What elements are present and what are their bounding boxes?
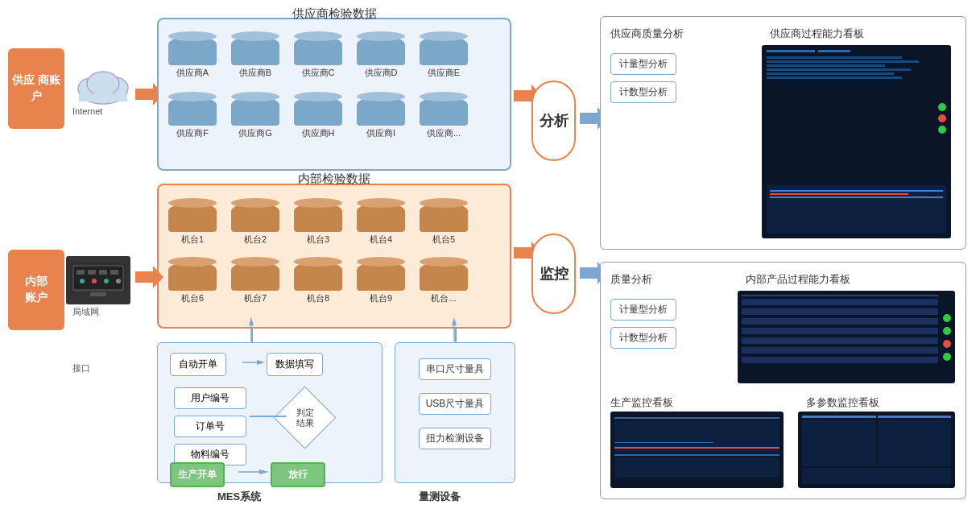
db-cylinder-icon xyxy=(294,97,342,126)
svg-rect-4 xyxy=(79,93,127,101)
device-icon xyxy=(66,256,130,304)
db-supplier-b: 供应商B xyxy=(228,36,283,79)
db-supplier-c: 供应商C xyxy=(291,36,345,79)
torque-device-item: 扭力检测设备 xyxy=(419,428,491,449)
arrow-up-mes-to-internal xyxy=(246,317,258,344)
svg-marker-23 xyxy=(257,360,265,365)
right-panel-bottom: 质量分析 内部产品过程能力看板 计量型分析 计数型分析 xyxy=(600,262,966,499)
count-analysis-btn-top[interactable]: 计数型分析 xyxy=(610,81,676,103)
db-supplier-g: 供应商G xyxy=(228,97,283,139)
svg-point-12 xyxy=(80,279,85,283)
db-cylinder-icon xyxy=(168,203,217,232)
usb-gauge-item: USB尺寸量具 xyxy=(419,393,492,415)
arrow-prod-to-release xyxy=(238,466,271,481)
analysis-box: 分析 xyxy=(531,81,576,161)
db-cylinder-icon xyxy=(231,262,279,291)
judge-diamond: 判定结果 xyxy=(283,395,327,440)
svg-rect-16 xyxy=(90,292,106,296)
screen-thumbnail-top xyxy=(762,45,951,238)
internal-account-label: 内部账户 xyxy=(25,274,48,305)
db-supplier-i: 供应商I xyxy=(354,97,408,139)
screen-production-monitor xyxy=(610,412,784,488)
internal-data-title: 内部检验数据 xyxy=(157,172,511,187)
analysis-label: 分析 xyxy=(540,111,569,130)
quality-analysis-label: 质量分析 xyxy=(610,272,652,287)
user-code-box: 用户编号 xyxy=(174,387,246,409)
svg-point-14 xyxy=(104,279,109,283)
db-machine-7: 机台7 xyxy=(228,262,283,304)
count-analysis-btn-bottom[interactable]: 计数型分析 xyxy=(610,327,676,349)
order-no-box: 订单号 xyxy=(174,416,246,437)
svg-rect-11 xyxy=(110,270,118,275)
db-machine-6: 机台6 xyxy=(165,262,220,304)
arrow-auto-to-fill xyxy=(242,357,267,371)
db-cylinder-icon xyxy=(231,97,279,126)
analysis-buttons-bottom: 计量型分析 计数型分析 xyxy=(610,299,676,349)
serial-gauge-item: 串口尺寸量具 xyxy=(419,358,491,380)
measuring-title: 量测设备 xyxy=(419,490,461,504)
db-cylinder-icon xyxy=(231,203,279,232)
multi-param-monitor-label: 多参数监控看板 xyxy=(806,395,879,410)
db-cylinder-icon xyxy=(357,262,405,291)
monitor-label: 监控 xyxy=(540,264,569,283)
supplier-data-title: 供应商检验数据 xyxy=(157,6,511,22)
internet-label: Internet xyxy=(72,106,102,116)
measure-analysis-btn-bottom[interactable]: 计量型分析 xyxy=(610,299,676,321)
db-machine-2: 机台2 xyxy=(228,203,283,246)
db-supplier-d: 供应商D xyxy=(354,36,408,79)
svg-point-13 xyxy=(92,279,97,283)
db-machine-1: 机台1 xyxy=(165,203,220,246)
db-machine-8: 机台8 xyxy=(291,262,345,304)
supplier-capability-label: 供应商过程能力看板 xyxy=(770,27,864,41)
analysis-buttons-top: 计量型分析 计数型分析 xyxy=(610,53,676,103)
measuring-box: 串口尺寸量具 USB尺寸量具 扭力检测设备 xyxy=(395,342,515,483)
svg-point-15 xyxy=(116,279,121,283)
db-cylinder-icon xyxy=(420,262,468,291)
production-order-box: 生产开单 xyxy=(170,462,225,487)
db-cylinder-icon xyxy=(420,36,468,65)
db-supplier-f: 供应商F xyxy=(165,97,220,139)
db-cylinder-icon xyxy=(168,36,217,65)
svg-point-3 xyxy=(87,72,119,96)
db-cylinder-icon xyxy=(357,97,405,126)
supplier-account-box: 供应 商账 户 xyxy=(8,48,64,129)
svg-rect-10 xyxy=(99,270,107,275)
monitor-box: 监控 xyxy=(531,234,576,314)
db-machine-4: 机台4 xyxy=(354,203,408,246)
inner-capability-label: 内部产品过程能力看板 xyxy=(746,272,850,287)
db-cylinder-icon xyxy=(294,36,342,65)
screen-thumbnail-inner xyxy=(738,291,955,383)
db-cylinder-icon xyxy=(168,262,217,291)
hline-to-judge xyxy=(250,416,286,417)
supplier-quality-label: 供应商质量分析 xyxy=(610,27,684,41)
db-cylinder-icon xyxy=(357,203,405,232)
internal-db-row1: 机台1 机台2 机台3 机台4 机台5 xyxy=(165,203,471,246)
svg-rect-8 xyxy=(76,270,85,275)
auto-order-box: 自动开单 xyxy=(170,353,226,376)
db-cylinder-icon xyxy=(294,203,342,232)
svg-rect-9 xyxy=(88,270,96,275)
db-cylinder-icon xyxy=(168,97,217,126)
db-cylinder-icon xyxy=(420,97,468,126)
internal-account-box: 内部账户 xyxy=(8,250,64,330)
arrow-up-measuring-to-internal xyxy=(449,317,461,344)
db-machine-9: 机台9 xyxy=(354,262,408,304)
supplier-db-row1: 供应商A 供应商B 供应商C 供应商D 供应商E xyxy=(165,36,471,79)
measure-analysis-btn-top[interactable]: 计量型分析 xyxy=(610,53,676,75)
db-cylinder-icon xyxy=(357,36,405,65)
db-cylinder-icon xyxy=(294,262,342,291)
arrow-internal-to-data xyxy=(135,266,163,291)
svg-marker-17 xyxy=(135,266,163,288)
db-cylinder-icon xyxy=(231,36,279,65)
db-supplier-h: 供应商H xyxy=(291,97,345,139)
internal-db-row2: 机台6 机台7 机台8 机台9 机台... xyxy=(165,262,471,304)
db-machine-3: 机台3 xyxy=(291,203,345,246)
lan-label: 局域网 xyxy=(72,306,99,318)
release-box: 放行 xyxy=(271,462,325,487)
interface-label: 接口 xyxy=(72,362,90,374)
svg-marker-27 xyxy=(249,317,254,325)
right-panel-top: 供应商质量分析 供应商过程能力看板 计量型分析 计数型分析 xyxy=(600,16,966,250)
db-supplier-more: 供应商... xyxy=(416,97,471,139)
supplier-account-label: 供应 商账 户 xyxy=(8,72,64,104)
db-supplier-a: 供应商A xyxy=(165,36,220,79)
